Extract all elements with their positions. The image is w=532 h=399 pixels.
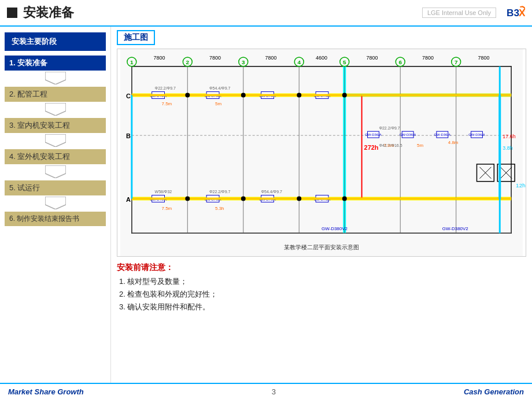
logo: B3 X: [505, 5, 525, 21]
svg-text:7800: 7800: [265, 55, 277, 61]
main-layout: 安装主要阶段 1. 安装准备 2. 配管工程 3. 室内机安装工程 4. 室外机…: [0, 27, 532, 383]
svg-text:7: 7: [455, 59, 458, 65]
svg-text:Φ54.4/Φ9.7: Φ54.4/Φ9.7: [261, 190, 282, 194]
stage-arrow-1: [45, 72, 66, 84]
svg-text:7800: 7800: [422, 55, 434, 61]
footer-right-label: Cash Generation: [464, 387, 524, 396]
svg-text:12h: 12h: [516, 182, 526, 189]
stage-arrow-3: [45, 134, 66, 147]
svg-point-109: [185, 197, 190, 201]
svg-rect-7: [120, 49, 523, 256]
footer-left-label: Market Share Growth: [8, 387, 84, 396]
drawing-label: 施工图: [117, 30, 155, 45]
stage-label-3[interactable]: 3. 室内机安装工程: [5, 118, 106, 133]
svg-text:7800: 7800: [367, 55, 378, 61]
b3x-logo-icon: B3 X: [507, 5, 525, 21]
svg-text:5.3h: 5.3h: [215, 206, 224, 211]
notes-item-2: 2. 检查包装和外观的完好性；: [117, 289, 526, 300]
svg-point-110: [241, 197, 246, 201]
stage-label-1[interactable]: 1. 安装准备: [5, 56, 106, 71]
header-icon: [7, 8, 17, 18]
page-title: 安装准备: [23, 4, 422, 21]
notes-item-3: 3. 确认安装用附件和配件。: [117, 302, 526, 312]
sidebar-title: 安装主要阶段: [5, 32, 106, 51]
svg-text:3: 3: [242, 59, 245, 65]
svg-marker-2: [45, 72, 66, 84]
stage-label-2[interactable]: 2. 配管工程: [5, 87, 106, 102]
stage-arrow-4: [45, 165, 66, 178]
svg-point-108: [342, 93, 347, 98]
stage-item-1: 1. 安装准备: [5, 56, 106, 84]
svg-marker-3: [45, 103, 66, 116]
svg-text:GW-D36/A: GW-D36/A: [365, 133, 382, 136]
svg-text:5m: 5m: [215, 101, 221, 106]
svg-text:4: 4: [297, 59, 301, 65]
svg-text:3.8h: 3.8h: [503, 145, 512, 151]
svg-text:7800: 7800: [209, 55, 221, 61]
svg-text:Φ22.2/Φ9.7: Φ22.2/Φ9.7: [209, 190, 230, 194]
svg-text:6: 6: [398, 59, 402, 65]
svg-text:7.5m: 7.5m: [162, 206, 172, 211]
svg-text:2: 2: [186, 59, 190, 65]
svg-text:GW-D380V2: GW-D380V2: [442, 226, 468, 231]
svg-marker-4: [45, 134, 66, 147]
svg-point-106: [241, 93, 246, 98]
footer: Market Share Growth 3 Cash Generation: [0, 383, 532, 399]
svg-text:W58/Φ32: W58/Φ32: [155, 190, 172, 194]
svg-text:B3: B3: [507, 7, 519, 19]
stage-label-4[interactable]: 4. 室外机安装工程: [5, 149, 106, 164]
svg-text:C: C: [126, 93, 131, 99]
svg-text:7800: 7800: [478, 55, 489, 61]
svg-text:GW-D380V2: GW-D380V2: [322, 226, 348, 231]
stage-item-5: 5. 试运行: [5, 180, 106, 209]
svg-text:1: 1: [130, 59, 134, 65]
notes-item-1: 1. 核对型号及数量；: [117, 276, 526, 287]
stage-label-5[interactable]: 5. 试运行: [5, 180, 106, 195]
stage-arrow-5: [45, 197, 66, 209]
svg-text:272h: 272h: [364, 144, 379, 151]
svg-marker-6: [45, 197, 66, 209]
stage-item-6: 6. 制作安装结束报告书: [5, 212, 106, 226]
blueprint-diagram: 272h 1 2 3: [117, 49, 526, 257]
svg-text:Φ42.7/Φ16.5: Φ42.7/Φ16.5: [379, 143, 402, 147]
svg-text:GW-D36/A: GW-D36/A: [468, 133, 485, 136]
svg-point-105: [185, 93, 190, 98]
stage-item-3: 3. 室内机安装工程: [5, 118, 106, 147]
svg-text:Φ22.2/Φ9.7: Φ22.2/Φ9.7: [155, 86, 176, 90]
svg-text:B: B: [126, 132, 131, 139]
stage-arrow-2: [45, 103, 66, 116]
watermark-label: LGE Internal Use Only: [422, 8, 496, 18]
blueprint-svg: 272h 1 2 3: [117, 49, 526, 256]
svg-text:X: X: [519, 7, 525, 19]
svg-text:4600: 4600: [316, 55, 327, 61]
svg-text:Φ54.4/Φ9.7: Φ54.4/Φ9.7: [209, 86, 230, 90]
svg-text:7.5m: 7.5m: [162, 101, 172, 106]
svg-text:4.8m: 4.8m: [448, 140, 459, 145]
sidebar: 安装主要阶段 1. 安装准备 2. 配管工程 3. 室内机安装工程 4. 室外机…: [0, 27, 111, 383]
svg-text:Φ22.2/Φ9.7: Φ22.2/Φ9.7: [379, 126, 400, 130]
svg-text:17.6h: 17.6h: [503, 134, 515, 139]
svg-point-107: [297, 93, 301, 98]
svg-point-111: [297, 197, 301, 201]
header: 安装准备 LGE Internal Use Only B3 X: [0, 0, 532, 27]
notes-title: 安装前请注意：: [117, 263, 526, 273]
stage-label-6[interactable]: 6. 制作安装结束报告书: [5, 212, 106, 226]
svg-point-112: [342, 197, 347, 201]
stage-item-4: 4. 室外机安装工程: [5, 149, 106, 178]
svg-text:A: A: [126, 196, 131, 203]
footer-page-number: 3: [272, 387, 276, 396]
notes-section: 安装前请注意： 1. 核对型号及数量； 2. 检查包装和外观的完好性； 3. 确…: [117, 263, 526, 312]
svg-text:5: 5: [343, 59, 346, 65]
stage-item-2: 2. 配管工程: [5, 87, 106, 116]
svg-marker-5: [45, 165, 66, 178]
svg-text:GW-D36/A: GW-D36/A: [400, 133, 416, 136]
svg-text:5m: 5m: [417, 143, 423, 148]
svg-text:某教学楼二层平面安装示意图: 某教学楼二层平面安装示意图: [284, 244, 359, 250]
svg-text:7800: 7800: [154, 55, 165, 61]
svg-text:GW-D36/A: GW-D36/A: [434, 133, 450, 136]
content-area: 施工图 272h: [111, 27, 532, 383]
